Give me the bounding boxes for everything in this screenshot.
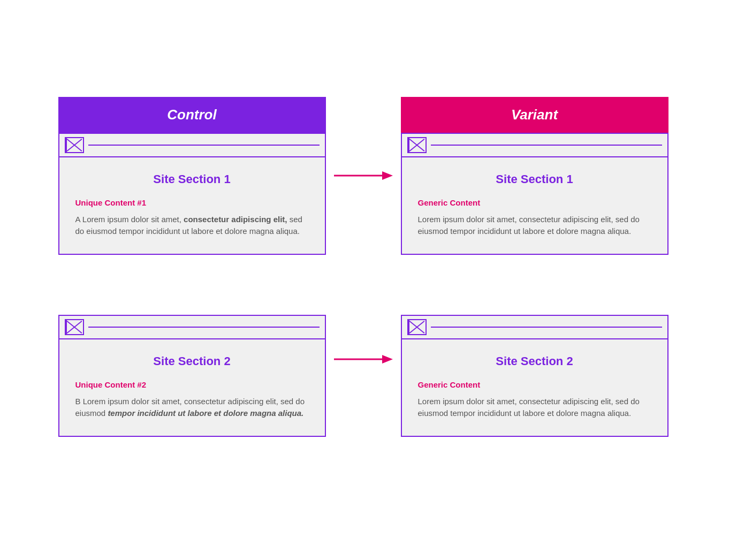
- variant-content-1: Site Section 1 Generic Content Lorem ips…: [402, 157, 667, 254]
- control-frame-1: Site Section 1 Unique Content #1 A Lorem…: [58, 133, 326, 255]
- variant-content-label-1: Generic Content: [418, 198, 651, 207]
- variant-header-label: Variant: [511, 107, 558, 123]
- variant-body-text-1: Lorem ipsum dolor sit amet, consectetur …: [418, 214, 651, 238]
- variant-content-2: Site Section 2 Generic Content Lorem ips…: [402, 339, 667, 436]
- nav-line-variant-1: [431, 145, 662, 146]
- control-navbar-1: [59, 134, 325, 157]
- comparison-row-2: Site Section 2 Unique Content #2 B Lorem…: [58, 282, 679, 437]
- variant-navbar-2: [402, 316, 667, 339]
- variant-column-2: Site Section 2 Generic Content Lorem ips…: [401, 282, 668, 437]
- page-wrapper: Control Site Section 1 Unique Content #1: [48, 75, 690, 485]
- x-icon-control-1: [65, 137, 84, 153]
- control-body-text-2: B Lorem ipsum dolor sit amet, consectetu…: [75, 396, 309, 420]
- control-column-2: Site Section 2 Unique Content #2 B Lorem…: [58, 282, 326, 437]
- variant-navbar-1: [402, 134, 667, 157]
- nav-line-variant-2: [431, 327, 662, 328]
- control-section-title-2: Site Section 2: [75, 354, 309, 368]
- variant-content-label-2: Generic Content: [418, 380, 651, 389]
- control-content-label-1: Unique Content #1: [75, 198, 309, 207]
- variant-body-text-2: Lorem ipsum dolor sit amet, consectetur …: [418, 396, 651, 420]
- arrow-2: [326, 351, 401, 367]
- arrow-svg-1: [334, 168, 393, 184]
- x-icon-variant-2: [407, 319, 427, 335]
- control-column: Control Site Section 1 Unique Content #1: [58, 97, 326, 255]
- control-body-text-1: A Lorem ipsum dolor sit amet, consectetu…: [75, 214, 309, 238]
- control-content-1: Site Section 1 Unique Content #1 A Lorem…: [59, 157, 325, 254]
- comparison-row-1: Control Site Section 1 Unique Content #1: [58, 97, 679, 255]
- variant-column-1: Variant Site Section 1 Generic Content L: [401, 97, 668, 255]
- variant-frame-2: Site Section 2 Generic Content Lorem ips…: [401, 315, 668, 437]
- control-content-label-2: Unique Content #2: [75, 380, 309, 389]
- control-navbar-2: [59, 316, 325, 339]
- x-icon-variant-1: [407, 137, 427, 153]
- arrow-1: [326, 168, 401, 184]
- control-section-title-1: Site Section 1: [75, 172, 309, 186]
- variant-section-title-2: Site Section 2: [418, 354, 651, 368]
- variant-section-title-1: Site Section 1: [418, 172, 651, 186]
- svg-marker-3: [382, 171, 393, 180]
- control-header-label: Control: [167, 107, 216, 123]
- x-icon-control-2: [65, 319, 84, 335]
- nav-line-control-1: [88, 145, 320, 146]
- variant-frame-1: Site Section 1 Generic Content Lorem ips…: [401, 133, 668, 255]
- variant-header: Variant: [401, 97, 668, 133]
- svg-marker-9: [382, 355, 393, 364]
- control-content-2: Site Section 2 Unique Content #2 B Lorem…: [59, 339, 325, 436]
- control-frame-2: Site Section 2 Unique Content #2 B Lorem…: [58, 315, 326, 437]
- arrow-svg-2: [334, 351, 393, 367]
- control-header: Control: [58, 97, 326, 133]
- nav-line-control-2: [88, 327, 320, 328]
